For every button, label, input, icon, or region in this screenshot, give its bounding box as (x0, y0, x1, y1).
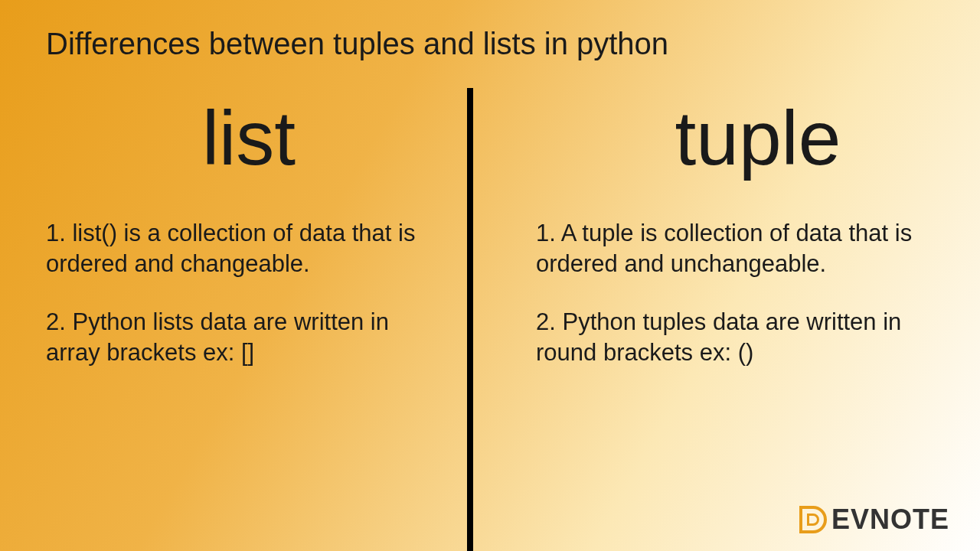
right-point-1: 1. A tuple is collection of data that is… (536, 218, 934, 280)
page-title: Differences between tuples and lists in … (46, 27, 668, 61)
logo-d-icon (799, 506, 827, 533)
right-column: tuple 1. A tuple is collection of data t… (536, 99, 934, 395)
brand-logo: EVNOTE (799, 504, 949, 536)
left-point-1: 1. list() is a collection of data that i… (46, 218, 429, 280)
right-heading: tuple (536, 99, 934, 176)
logo-text: EVNOTE (831, 504, 949, 536)
left-point-2: 2. Python lists data are written in arra… (46, 307, 429, 369)
left-heading: list (46, 99, 429, 176)
left-column: list 1. list() is a collection of data t… (46, 99, 429, 395)
right-point-2: 2. Python tuples data are written in rou… (536, 307, 934, 369)
vertical-divider (467, 88, 473, 551)
